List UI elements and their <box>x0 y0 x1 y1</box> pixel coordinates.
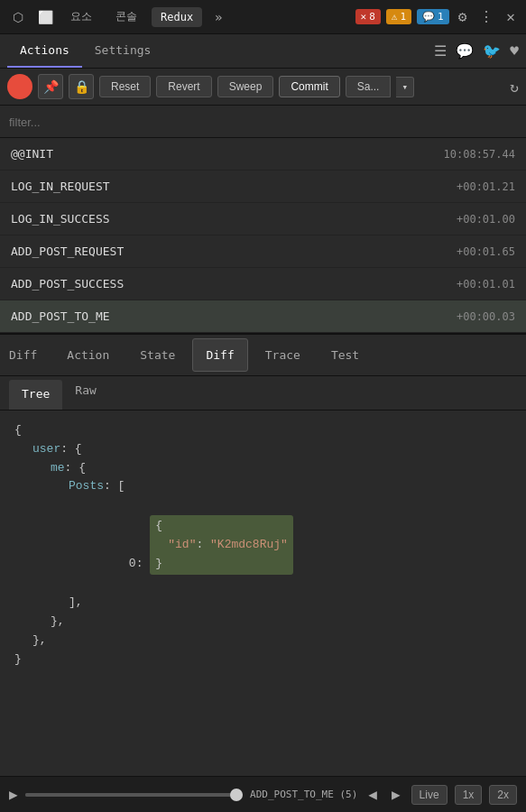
tab-redux[interactable]: Redux <box>152 7 202 27</box>
action-name: ADD_POST_SUCCESS <box>11 277 124 291</box>
error-count: 8 <box>369 11 375 23</box>
action-name: LOG_IN_SUCCESS <box>11 212 110 226</box>
save-dropdown[interactable]: ▾ <box>396 77 414 97</box>
error-icon: ✕ <box>361 11 367 23</box>
speed-2x-button[interactable]: 2x <box>489 785 517 805</box>
cursor-icon[interactable]: ⬡ <box>7 6 29 28</box>
action-name: LOG_IN_REQUEST <box>11 180 110 193</box>
tab-elements[interactable]: 요소 <box>61 5 101 28</box>
live-button[interactable]: Live <box>411 785 448 805</box>
layout-icon[interactable]: ⬜ <box>34 6 56 28</box>
save-button[interactable]: Sa... <box>346 76 392 97</box>
diff-tab-test[interactable]: Test <box>318 338 373 372</box>
top-bar: ⬡ ⬜ 요소 콘솔 Redux » ✕ 8 ⚠ 1 💬 1 ⚙ ⋮ ✕ <box>0 0 526 34</box>
action-time: +00:01.00 <box>457 213 515 226</box>
action-item[interactable]: ADD_POST_REQUEST +00:01.65 <box>0 235 526 268</box>
sub-tab-tree[interactable]: Tree <box>9 380 62 410</box>
action-item[interactable]: LOG_IN_REQUEST +00:01.21 <box>0 171 526 203</box>
error-badge: ✕ 8 <box>355 9 381 24</box>
tab-settings[interactable]: Settings <box>82 34 164 68</box>
speed-1x-button[interactable]: 1x <box>455 785 483 805</box>
action-item[interactable]: ADD_POST_SUCCESS +00:01.01 <box>0 268 526 300</box>
commit-button[interactable]: Commit <box>279 76 339 97</box>
refresh-button[interactable]: ↻ <box>510 78 519 96</box>
close-icon[interactable]: ✕ <box>503 6 519 27</box>
code-area: { user: { me: { Posts: [ 0: {"id": "K2md… <box>0 411 526 679</box>
tab-console[interactable]: 콘솔 <box>106 5 146 28</box>
filter-bar <box>0 106 526 138</box>
action-name: @@INIT <box>11 147 53 161</box>
playback-label: ADD_POST_TO_ME (5) <box>250 789 357 800</box>
action-item[interactable]: @@INIT 10:08:57.44 <box>0 138 526 171</box>
code-line: } <box>14 651 512 669</box>
playback-bar: ▶ ADD_POST_TO_ME (5) ◀ ▶ Live 1x 2x <box>0 776 526 812</box>
action-time: +00:01.65 <box>457 245 515 258</box>
action-time: +00:01.21 <box>457 180 515 193</box>
next-button[interactable]: ▶ <box>388 784 404 805</box>
sweep-button[interactable]: Sweep <box>217 76 274 97</box>
action-time: 10:08:57.44 <box>444 148 515 161</box>
code-line: }, <box>14 613 512 632</box>
action-item-selected[interactable]: ADD_POST_TO_ME +00:00.03 <box>0 300 526 333</box>
list-icon[interactable]: ☰ <box>434 42 447 60</box>
ellipsis-icon[interactable]: ⋮ <box>475 6 497 27</box>
playback-slider[interactable] <box>25 793 243 797</box>
chat-icon[interactable]: 💬 <box>456 42 474 60</box>
action-name: ADD_POST_REQUEST <box>11 245 124 258</box>
info-badge: 💬 1 <box>417 9 449 24</box>
action-time: +00:00.03 <box>457 310 515 323</box>
code-line: ], <box>14 594 512 613</box>
sub-tabs: Tree Raw <box>0 376 526 411</box>
sub-tab-raw[interactable]: Raw <box>62 376 108 410</box>
diff-tab-action[interactable]: Action <box>53 338 123 372</box>
pin-button[interactable]: 📌 <box>38 74 63 99</box>
code-line: me: { <box>14 459 512 478</box>
diff-title: Diff <box>9 339 37 371</box>
code-line: user: { <box>14 440 512 459</box>
code-line: }, <box>14 632 512 651</box>
reset-button[interactable]: Reset <box>99 76 151 97</box>
diff-tab-trace[interactable]: Trace <box>252 338 314 372</box>
filter-input[interactable] <box>9 115 517 129</box>
twitter-icon[interactable]: 🐦 <box>483 42 501 60</box>
lock-button[interactable]: 🔒 <box>69 74 94 99</box>
diff-tab-state[interactable]: State <box>126 338 189 372</box>
code-line-highlighted: 0: {"id": "K2mdc8Ruj"} <box>14 496 512 594</box>
info-count: 1 <box>438 11 444 23</box>
diff-section: Diff Action State Diff Trace Test Tree R… <box>0 333 526 679</box>
info-icon: 💬 <box>422 11 435 23</box>
diff-tab-diff[interactable]: Diff <box>192 338 247 372</box>
code-line: Posts: [ <box>14 477 512 496</box>
code-line: { <box>14 421 512 440</box>
settings-icon[interactable]: ⚙ <box>455 6 471 27</box>
main-tabs-row: Actions Settings ☰ 💬 🐦 ♥ <box>0 34 526 69</box>
warning-badge: ⚠ 1 <box>386 9 411 24</box>
heart-icon[interactable]: ♥ <box>510 42 519 60</box>
revert-button[interactable]: Revert <box>156 76 211 97</box>
record-button[interactable] <box>7 74 32 99</box>
diff-header: Diff Action State Diff Trace Test <box>0 335 526 376</box>
warning-count: 1 <box>400 11 406 23</box>
action-name: ADD_POST_TO_ME <box>11 309 110 323</box>
action-list: @@INIT 10:08:57.44 LOG_IN_REQUEST +00:01… <box>0 138 526 333</box>
play-button[interactable]: ▶ <box>9 786 18 803</box>
tab-actions[interactable]: Actions <box>7 34 82 68</box>
action-time: +00:01.01 <box>457 278 515 291</box>
warning-icon: ⚠ <box>392 11 398 23</box>
toolbar: 📌 🔒 Reset Revert Sweep Commit Sa... ▾ ↻ <box>0 69 526 106</box>
action-item[interactable]: LOG_IN_SUCCESS +00:01.00 <box>0 203 526 235</box>
more-tabs-icon[interactable]: » <box>208 6 229 28</box>
prev-button[interactable]: ◀ <box>365 784 381 805</box>
